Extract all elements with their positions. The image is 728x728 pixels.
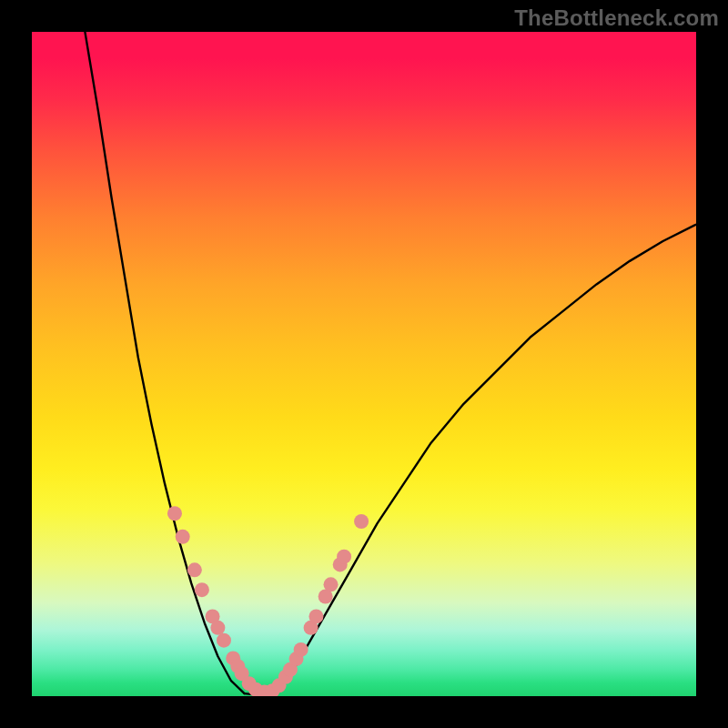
marker-dot — [217, 633, 231, 648]
marker-dot — [187, 562, 202, 577]
watermark-text: TheBottleneck.com — [514, 5, 719, 31]
marker-dot — [308, 609, 323, 623]
marker-dot — [337, 550, 351, 564]
marker-dot — [167, 506, 182, 521]
chart-frame: TheBottleneck.com — [0, 0, 728, 728]
curve-curve-left — [85, 32, 244, 693]
curve-group — [85, 32, 696, 695]
marker-dot — [195, 582, 209, 597]
marker-dot — [324, 577, 339, 592]
curve-curve-right — [271, 225, 696, 693]
marker-dot — [354, 514, 369, 529]
marker-dot — [176, 530, 190, 544]
marker-dot — [210, 621, 225, 635]
plot-area — [32, 32, 696, 696]
marker-dot — [294, 642, 308, 657]
curve-svg — [32, 32, 696, 696]
